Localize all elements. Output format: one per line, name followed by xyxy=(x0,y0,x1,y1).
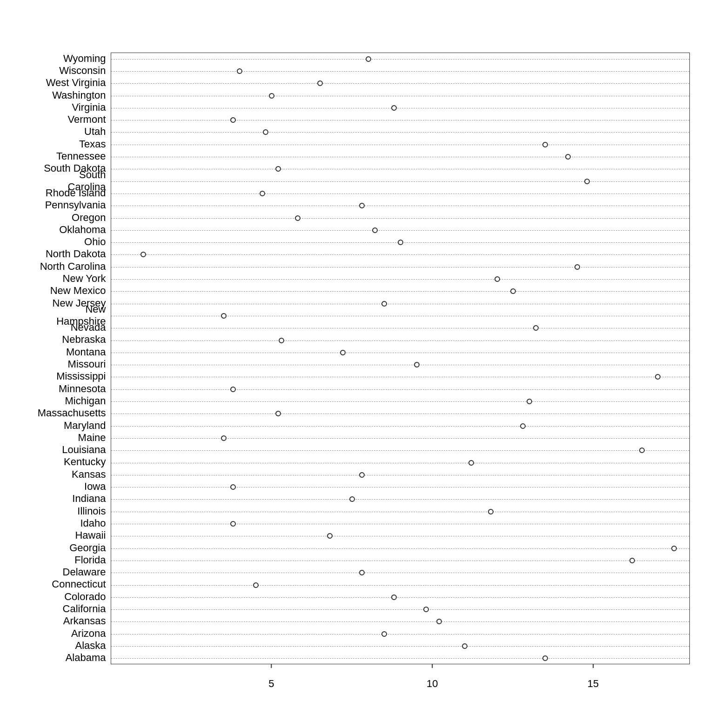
row-line xyxy=(111,157,689,157)
dot-pennsylvania xyxy=(359,203,365,208)
dot-michigan xyxy=(527,399,532,404)
row-line xyxy=(111,254,689,255)
x-tick-line xyxy=(432,664,433,668)
dot-kansas xyxy=(359,472,365,478)
dot-texas xyxy=(542,142,548,147)
dot-kentucky xyxy=(468,460,474,466)
dot-nevada xyxy=(533,325,539,331)
row-line xyxy=(111,426,689,427)
dot-alaska xyxy=(462,643,468,649)
row-line xyxy=(111,365,689,365)
x-tick-label: 5 xyxy=(268,678,274,690)
dot-alabama xyxy=(542,655,548,661)
dot-north-carolina xyxy=(574,264,580,270)
row-line xyxy=(111,218,689,219)
row-line xyxy=(111,194,689,194)
row-line xyxy=(111,304,689,304)
dot-arkansas xyxy=(436,619,442,624)
row-line xyxy=(111,573,689,573)
dot-florida xyxy=(629,558,635,563)
row-line xyxy=(111,389,689,390)
row-line xyxy=(111,475,689,475)
dot-iowa xyxy=(230,484,236,490)
dot-colorado xyxy=(391,594,397,600)
dot-maryland xyxy=(520,423,526,429)
row-line xyxy=(111,316,689,316)
row-line xyxy=(111,561,689,561)
row-line xyxy=(111,71,689,72)
dot-louisiana xyxy=(639,447,645,453)
dot-oregon xyxy=(295,215,301,221)
row-line xyxy=(111,621,689,622)
row-line xyxy=(111,401,689,402)
row-line xyxy=(111,341,689,341)
dot-montana xyxy=(340,350,346,355)
row-line xyxy=(111,414,689,414)
row-line xyxy=(111,450,689,451)
dot-tennessee xyxy=(565,154,571,160)
row-line xyxy=(111,206,689,206)
x-tick-label: 15 xyxy=(588,678,599,690)
dot-missouri xyxy=(414,362,420,367)
dot-washington xyxy=(269,93,274,99)
row-line xyxy=(111,585,689,586)
row-line xyxy=(111,597,689,598)
x-tick-line xyxy=(271,664,272,668)
x-tick-line xyxy=(593,664,594,668)
x-tick-label: 10 xyxy=(427,678,438,690)
dot-wisconsin xyxy=(237,68,242,74)
dot-california xyxy=(423,607,429,612)
dot-new-jersey xyxy=(381,301,387,307)
row-line xyxy=(111,536,689,536)
row-line xyxy=(111,230,689,231)
dot-nebraska xyxy=(279,338,284,343)
row-line xyxy=(111,145,689,145)
plot-area-wrapper: 51015 xyxy=(111,39,690,690)
plot-area xyxy=(111,53,690,664)
row-line xyxy=(111,646,689,647)
dot-vermont xyxy=(230,117,236,123)
dot-illinois xyxy=(488,509,494,514)
dot-georgia xyxy=(671,546,677,551)
dot-rhode-island xyxy=(260,191,265,196)
row-line xyxy=(111,169,689,169)
y-axis-labels: WyomingWisconsinWest VirginiaWashingtonV… xyxy=(39,39,111,690)
row-line xyxy=(111,487,689,488)
row-line xyxy=(111,499,689,500)
dot-connecticut xyxy=(253,582,259,588)
row-line xyxy=(111,512,689,512)
row-line xyxy=(111,634,689,634)
x-axis: 51015 xyxy=(111,664,690,690)
row-line xyxy=(111,120,689,120)
row-line xyxy=(111,377,689,377)
row-line xyxy=(111,279,689,280)
row-line xyxy=(111,658,689,659)
row-line xyxy=(111,83,689,84)
dot-massachusetts xyxy=(275,411,281,416)
dot-utah xyxy=(263,129,268,135)
row-line xyxy=(111,524,689,524)
dot-arizona xyxy=(381,631,387,637)
row-line xyxy=(111,132,689,133)
dot-new-mexico xyxy=(510,288,516,294)
dot-north-dakota xyxy=(140,252,146,257)
row-line xyxy=(111,463,689,463)
dot-idaho xyxy=(230,521,236,527)
row-line xyxy=(111,438,689,439)
dot-west-virginia xyxy=(317,80,323,86)
dot-south-carolina xyxy=(584,179,590,184)
row-line xyxy=(111,548,689,549)
dot-new-york xyxy=(494,276,500,282)
row-line xyxy=(111,96,689,96)
row-line xyxy=(111,328,689,328)
row-line xyxy=(111,108,689,108)
row-line xyxy=(111,59,689,60)
dot-mississippi xyxy=(655,374,661,380)
dot-maine xyxy=(221,435,227,441)
dot-delaware xyxy=(359,570,365,575)
row-line xyxy=(111,353,689,353)
dot-virginia xyxy=(391,105,397,111)
row-line xyxy=(111,267,689,267)
dot-ohio xyxy=(398,240,403,245)
row-line xyxy=(111,181,689,182)
